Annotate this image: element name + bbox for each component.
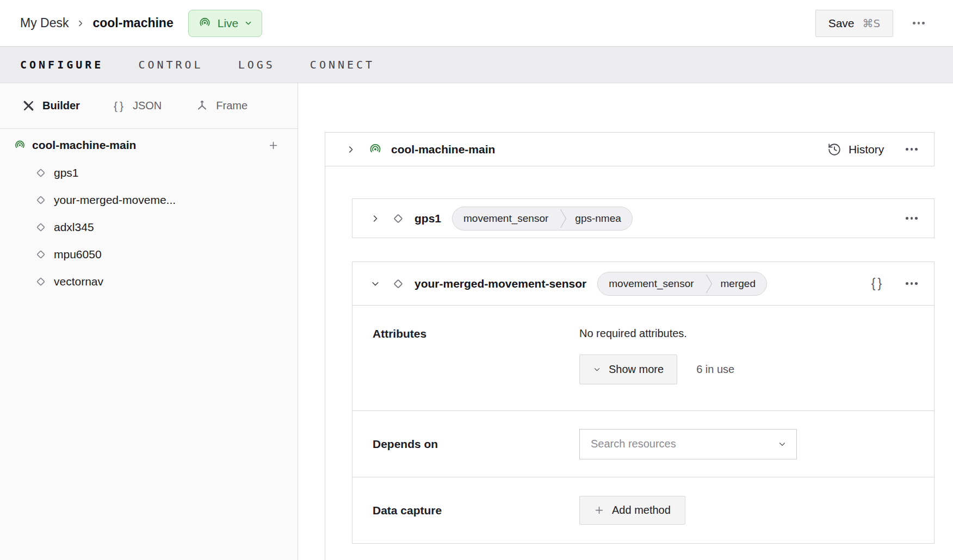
- tag-model: gps-nmea: [567, 213, 632, 225]
- tree-item-label: your-merged-moveme...: [54, 194, 176, 207]
- view-tab-builder[interactable]: Builder: [22, 99, 80, 113]
- frame-icon: [195, 99, 209, 113]
- main-panel: cool-machine-main History: [298, 83, 953, 560]
- tools-icon: [22, 99, 35, 113]
- top-bar: My Desk cool-machine Live Save ⌘S: [0, 0, 953, 46]
- tag-separator-icon: [705, 272, 713, 295]
- tree-item-vectornav[interactable]: vectornav: [0, 268, 298, 295]
- resource-tree: cool-machine-main gps1 your-merged-mov: [0, 129, 298, 295]
- chevron-down-icon: [778, 440, 787, 449]
- machine-card-title: cool-machine-main: [391, 143, 495, 156]
- search-resources-input[interactable]: [591, 438, 778, 450]
- gps1-card-more-button[interactable]: [906, 217, 918, 220]
- chevron-down-icon: [593, 365, 601, 374]
- status-label: Live: [218, 17, 239, 30]
- add-method-label: Add method: [612, 504, 671, 517]
- content-area: Builder JSON Frame: [0, 83, 953, 560]
- diamond-icon: [391, 277, 405, 291]
- diamond-icon: [34, 221, 47, 234]
- save-label: Save: [828, 17, 855, 30]
- diamond-icon: [34, 248, 47, 261]
- machine-status-badge[interactable]: Live: [188, 10, 263, 37]
- nav-tab-bar: CONFIGURE CONTROL LOGS CONNECT: [0, 46, 953, 83]
- tree-item-adxl345[interactable]: adxl345: [0, 214, 298, 241]
- chevron-down-icon: [244, 19, 252, 27]
- chevron-right-icon: [76, 19, 85, 28]
- depends-on-select[interactable]: [579, 429, 797, 459]
- sidebar: Builder JSON Frame: [0, 83, 298, 560]
- broadcast-icon: [368, 142, 382, 157]
- attributes-in-use-count: 6 in use: [696, 363, 734, 376]
- data-capture-label: Data capture: [373, 504, 579, 517]
- view-tab-label: Builder: [42, 99, 80, 112]
- merged-sensor-card: your-merged-movement-sensor movement_sen…: [352, 262, 935, 544]
- tag-type: movement_sensor: [598, 278, 704, 290]
- tab-configure[interactable]: CONFIGURE: [20, 58, 103, 71]
- nesting-connector-line: [325, 166, 325, 560]
- tree-item-mpu6050[interactable]: mpu6050: [0, 241, 298, 268]
- show-more-label: Show more: [609, 363, 664, 376]
- expand-machine-button[interactable]: [346, 145, 356, 154]
- diamond-icon: [34, 194, 47, 207]
- depends-on-section: Depends on: [352, 411, 934, 477]
- merged-card-title: your-merged-movement-sensor: [414, 277, 586, 290]
- view-tab-frame[interactable]: Frame: [195, 99, 247, 113]
- braces-icon: [114, 99, 126, 113]
- save-button[interactable]: Save ⌘S: [815, 10, 894, 37]
- diamond-icon: [391, 211, 405, 226]
- tree-item-merged-sensor[interactable]: your-merged-moveme...: [0, 186, 298, 214]
- tree-root-label: cool-machine-main: [32, 139, 268, 152]
- collapse-merged-button[interactable]: [370, 279, 380, 289]
- add-method-button[interactable]: Add method: [579, 496, 685, 525]
- breadcrumb-parent[interactable]: My Desk: [20, 16, 69, 30]
- breadcrumb-current: cool-machine: [92, 16, 173, 30]
- machine-card-more-button[interactable]: [906, 148, 918, 151]
- machine-card: cool-machine-main History: [325, 132, 935, 166]
- resource-type-tag: movement_sensor gps-nmea: [452, 207, 633, 231]
- merged-card-header: your-merged-movement-sensor movement_sen…: [352, 262, 934, 306]
- tree-item-label: adxl345: [54, 221, 94, 234]
- tab-control[interactable]: CONTROL: [138, 58, 203, 71]
- breadcrumb: My Desk cool-machine: [20, 16, 174, 30]
- history-icon: [827, 142, 841, 157]
- history-button[interactable]: History: [827, 142, 884, 157]
- raw-json-button[interactable]: [871, 276, 884, 291]
- depends-on-label: Depends on: [373, 438, 579, 451]
- data-capture-section: Data capture Add method: [352, 477, 934, 543]
- tree-item-label: gps1: [54, 166, 79, 179]
- tag-separator-icon: [559, 207, 567, 230]
- expand-gps1-button[interactable]: [370, 214, 380, 223]
- app-window: My Desk cool-machine Live Save ⌘S: [0, 0, 953, 560]
- plus-icon: [594, 505, 604, 515]
- show-more-row: Show more 6 in use: [579, 354, 734, 384]
- tree-item-label: vectornav: [54, 275, 103, 288]
- merged-card-more-button[interactable]: [906, 282, 918, 285]
- gps1-card: gps1 movement_sensor gps-nmea: [352, 198, 935, 238]
- broadcast-icon: [14, 139, 26, 152]
- tag-type: movement_sensor: [453, 213, 559, 225]
- sidebar-view-tabs: Builder JSON Frame: [0, 83, 298, 129]
- tag-model: merged: [713, 278, 766, 290]
- add-resource-button[interactable]: [268, 140, 279, 151]
- diamond-icon: [34, 166, 47, 179]
- attributes-label: Attributes: [373, 327, 579, 410]
- gps1-card-title: gps1: [414, 212, 441, 225]
- save-shortcut: ⌘S: [863, 17, 881, 30]
- tree-item-gps1[interactable]: gps1: [0, 159, 298, 186]
- view-tab-label: Frame: [216, 99, 247, 112]
- attributes-empty-text: No required attributes.: [579, 327, 734, 340]
- show-more-button[interactable]: Show more: [579, 354, 677, 384]
- tab-connect[interactable]: CONNECT: [310, 58, 375, 71]
- attributes-section: Attributes No required attributes. Show …: [352, 306, 934, 411]
- resource-type-tag: movement_sensor merged: [597, 272, 767, 296]
- broadcast-icon: [198, 16, 212, 30]
- view-tab-label: JSON: [133, 99, 162, 112]
- diamond-icon: [34, 275, 47, 288]
- view-tab-json[interactable]: JSON: [114, 99, 162, 113]
- tab-logs[interactable]: LOGS: [238, 58, 275, 71]
- topbar-more-button[interactable]: [913, 22, 925, 24]
- history-label: History: [849, 143, 884, 156]
- tree-item-label: mpu6050: [54, 248, 102, 261]
- tree-item-root[interactable]: cool-machine-main: [0, 131, 298, 159]
- attributes-content: No required attributes. Show more 6 in u…: [579, 327, 734, 410]
